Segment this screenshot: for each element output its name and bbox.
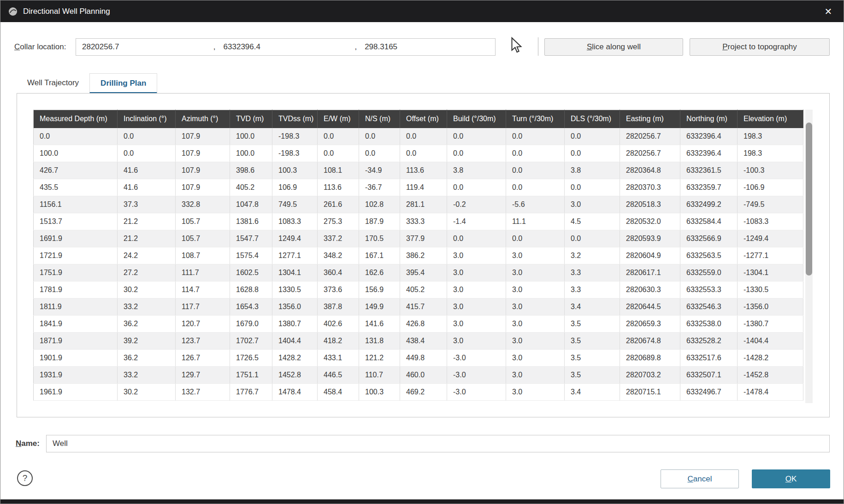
table-cell[interactable]: -5.6 [506,196,565,213]
table-cell[interactable]: -106.9 [738,179,803,196]
slice-along-well-button[interactable]: Slice along well [544,38,683,56]
table-cell[interactable]: 36.2 [118,316,176,333]
table-cell[interactable]: 27.2 [118,264,176,281]
table-cell[interactable]: 100.0 [34,145,118,162]
table-cell[interactable]: 460.0 [400,367,447,384]
table-row[interactable]: 1781.930.2114.71628.81330.5373.6156.9405… [34,281,803,299]
table-cell[interactable]: 3.0 [506,350,565,367]
table-cell[interactable]: 6332528.2 [680,333,738,350]
table-cell[interactable]: 426.7 [34,162,118,179]
table-cell[interactable]: 418.2 [318,333,359,350]
table-cell[interactable]: 1721.9 [34,247,118,264]
table-cell[interactable]: -3.0 [447,350,506,367]
table-cell[interactable]: 114.7 [176,281,230,299]
table-cell[interactable]: 102.8 [359,196,400,213]
table-cell[interactable]: 438.4 [400,333,447,350]
table-cell[interactable]: 36.2 [118,350,176,367]
table-cell[interactable]: 107.9 [176,162,230,179]
table-cell[interactable]: 1513.7 [34,213,118,230]
table-row[interactable]: 435.541.6107.9405.2106.9113.6-36.7119.40… [34,179,803,196]
table-row[interactable]: 1751.927.2111.71602.51304.1360.4162.6395… [34,264,803,281]
table-row[interactable]: 1931.933.2129.71751.11452.8446.5110.7460… [34,367,803,384]
table-cell[interactable]: 170.5 [359,230,400,247]
table-cell[interactable]: 107.9 [176,128,230,145]
table-cell[interactable]: 337.2 [318,230,359,247]
table-cell[interactable]: 449.8 [400,350,447,367]
table-cell[interactable]: -34.9 [359,162,400,179]
table-cell[interactable]: 6332538.0 [680,316,738,333]
table-cell[interactable]: -1428.2 [738,350,803,367]
table-cell[interactable]: 0.0 [118,128,176,145]
table-cell[interactable]: 0.0 [447,145,506,162]
table-cell[interactable]: 6332396.4 [680,145,738,162]
table-cell[interactable]: 123.7 [176,333,230,350]
table-cell[interactable]: 3.0 [506,384,565,401]
table-cell[interactable]: 6332584.4 [680,213,738,230]
table-cell[interactable]: 0.0 [318,128,359,145]
table-cell[interactable]: 2820256.7 [620,128,680,145]
table-cell[interactable]: 1726.5 [230,350,272,367]
collar-location-field[interactable]: , , [76,38,496,56]
table-cell[interactable]: 1277.1 [272,247,318,264]
table-cell[interactable]: 6332496.7 [680,384,738,401]
table-cell[interactable]: 3.2 [565,247,620,264]
table-cell[interactable]: 6332563.5 [680,247,738,264]
table-cell[interactable]: 6332396.4 [680,128,738,145]
table-cell[interactable]: 281.1 [400,196,447,213]
table-cell[interactable]: 119.4 [400,179,447,196]
table-cell[interactable]: 0.0 [447,179,506,196]
table-cell[interactable]: -1277.1 [738,247,803,264]
table-cell[interactable]: 6332507.1 [680,367,738,384]
table-cell[interactable]: 6332359.7 [680,179,738,196]
table-cell[interactable]: 11.1 [506,213,565,230]
table-cell[interactable]: 1547.7 [230,230,272,247]
table-cell[interactable]: -1304.1 [738,264,803,281]
table-cell[interactable]: 1628.8 [230,281,272,299]
table-cell[interactable]: 3.0 [565,196,620,213]
table-cell[interactable]: 387.8 [318,299,359,316]
table-cell[interactable]: 1047.8 [230,196,272,213]
table-cell[interactable]: 105.7 [176,230,230,247]
table-cell[interactable]: 120.7 [176,316,230,333]
table-cell[interactable]: 3.4 [565,299,620,316]
table-cell[interactable]: 3.0 [506,281,565,299]
table-cell[interactable]: 187.9 [359,213,400,230]
table-cell[interactable]: 1575.4 [230,247,272,264]
table-cell[interactable]: 39.2 [118,333,176,350]
table-cell[interactable]: 415.7 [400,299,447,316]
table-cell[interactable]: 3.0 [506,333,565,350]
table-cell[interactable]: 3.5 [565,316,620,333]
table-cell[interactable]: 2820532.0 [620,213,680,230]
table-cell[interactable]: 0.0 [506,230,565,247]
tab-drilling-plan[interactable]: Drilling Plan [89,73,157,94]
table-cell[interactable]: 0.0 [400,128,447,145]
table-cell[interactable]: 0.0 [318,145,359,162]
table-cell[interactable]: 3.0 [506,367,565,384]
table-cell[interactable]: 3.5 [565,333,620,350]
table-cell[interactable]: 0.0 [565,145,620,162]
table-cell[interactable]: 1751.1 [230,367,272,384]
table-cell[interactable]: 261.6 [318,196,359,213]
table-cell[interactable]: 1871.9 [34,333,118,350]
table-row[interactable]: 1901.936.2126.71726.51428.2433.1121.2449… [34,350,803,367]
table-cell[interactable]: 1156.1 [34,196,118,213]
table-cell[interactable]: 0.0 [565,179,620,196]
table-cell[interactable]: 1428.2 [272,350,318,367]
table-cell[interactable]: 2820617.1 [620,264,680,281]
cancel-button[interactable]: Cancel [661,469,739,488]
table-cell[interactable]: 1781.9 [34,281,118,299]
table-row[interactable]: 0.00.0107.9100.0-198.30.00.00.00.00.00.0… [34,128,803,145]
table-cell[interactable]: 129.7 [176,367,230,384]
table-row[interactable]: 100.00.0107.9100.0-198.30.00.00.00.00.00… [34,145,803,162]
table-cell[interactable]: 2820604.9 [620,247,680,264]
help-icon[interactable]: ? [17,470,33,486]
table-cell[interactable]: 3.3 [565,281,620,299]
table-cell[interactable]: 131.8 [359,333,400,350]
table-cell[interactable]: 402.6 [318,316,359,333]
table-cell[interactable]: 33.2 [118,299,176,316]
table-cell[interactable]: 458.4 [318,384,359,401]
table-cell[interactable]: 3.0 [447,247,506,264]
table-cell[interactable]: 1330.5 [272,281,318,299]
table-cell[interactable]: 1901.9 [34,350,118,367]
name-input[interactable] [46,435,830,452]
